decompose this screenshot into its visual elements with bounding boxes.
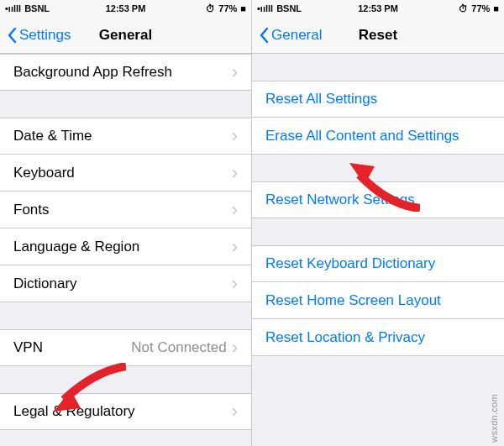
status-bar: •ıılll BSNL 12:53 PM ⏱ 77% ■ [0, 0, 251, 17]
back-button[interactable]: General [259, 27, 322, 44]
watermark-label: wsxdn.com [489, 394, 499, 443]
row-label: Date & Time [13, 128, 92, 144]
chevron-right-icon: › [232, 162, 238, 184]
row-dictionary[interactable]: Dictionary › [0, 265, 251, 302]
row-reset-network-settings[interactable]: Reset Network Settings [252, 181, 504, 218]
row-background-app-refresh[interactable]: Background App Refresh › [0, 54, 251, 91]
carrier-label: BSNL [276, 3, 302, 13]
battery-icon: ■ [240, 3, 246, 13]
row-label: Reset Keyboard Dictionary [265, 255, 435, 272]
row-label: Reset Location & Privacy [265, 329, 425, 346]
screen-general: •ıılll BSNL 12:53 PM ⏱ 77% ■ Settings Ge… [0, 0, 252, 446]
row-reset-all-settings[interactable]: Reset All Settings [252, 81, 504, 118]
back-label: Settings [19, 27, 71, 44]
row-vpn[interactable]: VPN Not Connected › [0, 329, 251, 366]
row-label: VPN [13, 339, 43, 356]
chevron-left-icon [259, 27, 269, 44]
signal-icon: •ıılll [5, 3, 21, 13]
row-label: Erase All Content and Settings [265, 128, 459, 144]
chevron-right-icon: › [232, 125, 238, 147]
row-label: Background App Refresh [13, 64, 172, 81]
chevron-left-icon [7, 27, 17, 44]
row-language-region[interactable]: Language & Region › [0, 228, 251, 265]
row-reset-home-screen[interactable]: Reset Home Screen Layout [252, 282, 504, 319]
battery-pct: 77% [218, 3, 237, 13]
back-button[interactable]: Settings [7, 27, 71, 44]
row-reset-keyboard-dictionary[interactable]: Reset Keyboard Dictionary [252, 245, 504, 282]
battery-pct: 77% [471, 3, 490, 13]
signal-icon: •ıılll [257, 3, 273, 13]
chevron-right-icon: › [232, 199, 238, 221]
nav-bar: Settings General [0, 17, 251, 54]
row-label: Reset All Settings [265, 91, 377, 108]
row-label: Reset Home Screen Layout [265, 292, 441, 309]
battery-icon: ■ [493, 3, 499, 13]
row-label: Legal & Regulatory [13, 403, 135, 420]
row-reset-location-privacy[interactable]: Reset Location & Privacy [252, 319, 504, 356]
chevron-right-icon: › [232, 61, 238, 83]
row-fonts[interactable]: Fonts › [0, 192, 251, 228]
alarm-icon: ⏱ [459, 3, 468, 13]
reset-list[interactable]: Reset All Settings Erase All Content and… [252, 54, 504, 446]
row-label: Fonts [13, 202, 50, 218]
alarm-icon: ⏱ [206, 3, 215, 13]
screen-reset: •ıılll BSNL 12:53 PM ⏱ 77% ■ General Res… [252, 0, 504, 446]
vpn-status: Not Connected [131, 339, 226, 356]
row-label: Reset Network Settings [265, 192, 415, 208]
row-keyboard[interactable]: Keyboard › [0, 155, 251, 192]
chevron-right-icon: › [232, 401, 238, 422]
row-legal-regulatory[interactable]: Legal & Regulatory › [0, 393, 251, 430]
settings-list[interactable]: Background App Refresh › Date & Time › K… [0, 54, 251, 446]
back-label: General [271, 27, 322, 44]
row-erase-all[interactable]: Erase All Content and Settings [252, 118, 504, 155]
row-label: Language & Region [13, 239, 139, 255]
carrier-label: BSNL [24, 3, 50, 13]
chevron-right-icon: › [232, 337, 238, 359]
row-label: Dictionary [13, 275, 77, 292]
nav-bar: General Reset [252, 17, 504, 54]
chevron-right-icon: › [232, 236, 238, 258]
row-label: Keyboard [13, 165, 75, 181]
row-date-time[interactable]: Date & Time › [0, 118, 251, 155]
status-bar: •ıılll BSNL 12:53 PM ⏱ 77% ■ [252, 0, 504, 17]
chevron-right-icon: › [232, 273, 238, 295]
